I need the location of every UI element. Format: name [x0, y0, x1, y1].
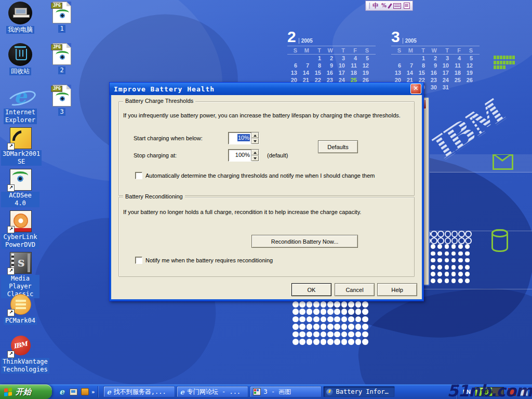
desktop-icon-jpg-2[interactable]: JPG2: [43, 43, 81, 74]
wallpaper-dot: [431, 258, 435, 263]
my-computer-icon: [8, 2, 32, 24]
taskbar-task-button[interactable]: e专门网论坛 - ...: [177, 386, 248, 397]
desktop-icon-label: 3DMark2001 SE: [1, 150, 42, 166]
calendar-day: 16: [427, 69, 439, 76]
calendar-weekday: F: [451, 47, 463, 54]
desktop-icon-internet-explorer[interactable]: eInternet Explorer: [1, 85, 39, 124]
chinese-input-icon[interactable]: 中: [373, 2, 379, 10]
calendar-year: 2005: [299, 38, 313, 44]
desktop-icon-acdsee[interactable]: ↗ACDSee 4.0: [1, 168, 39, 207]
desktop-icon-jpg-3[interactable]: JPG3: [43, 85, 81, 116]
spin-down-icon[interactable]: [251, 138, 259, 144]
cyberlink-powerdvd-icon: ↗: [8, 209, 32, 232]
wallpaper-dot: [437, 278, 442, 283]
calendar-day: 15: [415, 69, 427, 76]
defaults-button[interactable]: Defaults: [318, 140, 358, 153]
calendar-day: 14: [299, 69, 311, 76]
wallpaper-dot: [355, 324, 362, 330]
start-button[interactable]: 开始: [0, 384, 52, 399]
media-player-classic-icon: ↗: [8, 251, 32, 274]
wallpaper-dot: [445, 265, 449, 270]
desktop-icon-label: 2: [58, 66, 65, 74]
tray-icon-generic[interactable]: [520, 388, 528, 396]
battery-icon: [326, 389, 333, 395]
checkbox-box[interactable]: [135, 172, 142, 179]
wallpaper-dot: [451, 231, 458, 237]
wallpaper-dot: [292, 324, 299, 330]
checkbox-box[interactable]: [135, 257, 142, 264]
pen-icon[interactable]: [388, 3, 392, 9]
recycle-bin-icon: [8, 43, 32, 66]
notify-reconditioning-checkbox[interactable]: Notify me when the battery requires reco…: [135, 257, 273, 264]
grid-icon-cell: [509, 56, 512, 59]
calendar-week-row: 6789101112: [287, 62, 376, 69]
improve-battery-health-dialog: Improve Battery Health ✕ Battery Charge …: [109, 82, 424, 301]
taskbar-task-button[interactable]: e找不到服务器,...: [103, 386, 175, 397]
desktop-icon-pcmark04[interactable]: ↗PCMark04: [1, 292, 39, 325]
battery-meter[interactable]: 58%: [475, 387, 504, 396]
calendar-week-row: 13141516171819: [391, 69, 480, 76]
wallpaper-dot: [431, 231, 437, 237]
help-button[interactable]: Help: [377, 283, 417, 296]
spin-down-icon[interactable]: [251, 155, 259, 161]
close-icon[interactable]: ✕: [410, 84, 421, 94]
cancel-button[interactable]: Cancel: [335, 283, 375, 296]
desktop-icon-cyberlink-powerdvd[interactable]: ↗CyberLink PowerDVD: [1, 209, 39, 249]
desktop-icon-label: 3: [58, 108, 65, 116]
desktop-icon-recycle-bin[interactable]: 回收站: [1, 43, 39, 75]
dialog-titlebar[interactable]: Improve Battery Health ✕: [110, 83, 423, 95]
language-indicator[interactable]: EN: [463, 389, 471, 395]
wallpaper-dot: [431, 272, 435, 276]
show-desktop-icon[interactable]: [69, 387, 78, 396]
wallpaper-dot: [451, 237, 458, 244]
quick-launch-overflow-icon[interactable]: »: [91, 389, 95, 395]
auto-determine-checkbox[interactable]: Automatically determine the charging thr…: [135, 172, 375, 179]
taskbar-task-active[interactable]: Battery Infor...: [323, 386, 395, 397]
recondition-battery-button[interactable]: Recondition Battery Now...: [251, 235, 358, 248]
grid-icon-cell: [503, 61, 506, 64]
start-charging-spinner[interactable]: 10%: [228, 132, 259, 144]
calendar-day: 10: [335, 62, 347, 69]
grid-icon-cell: [497, 56, 499, 59]
task-label: 找不到服务器,...: [114, 388, 166, 396]
desktop-icon-3dmark2001-se[interactable]: ↗3DMark2001 SE: [1, 126, 39, 166]
thinkvantage-icon: ↗: [8, 334, 32, 357]
media-player-icon[interactable]: [80, 387, 89, 396]
calendar-day: 10: [439, 62, 451, 69]
group-legend: Battery Charge Thresholds: [123, 98, 195, 104]
jpg-badge: JPG: [51, 44, 62, 50]
langbar-grip[interactable]: [367, 3, 370, 9]
desktop-icon-thinkvantage[interactable]: ↗ThinkVantage Technologies: [1, 334, 39, 374]
acdsee-icon: ↗: [8, 168, 32, 191]
taskbar-task-button[interactable]: 3 - 画图: [250, 386, 322, 397]
ok-button[interactable]: OK: [291, 283, 331, 296]
ie-icon: e: [107, 388, 111, 396]
wallpaper-dot: [307, 309, 313, 315]
calendar-weekday-row: SMTWTFS: [391, 47, 480, 55]
calendar-day: 3: [335, 55, 347, 62]
spin-up-icon[interactable]: [251, 150, 259, 155]
tray-icon-red[interactable]: [508, 388, 516, 396]
desktop-icon-jpg-1[interactable]: JPG1: [43, 2, 81, 33]
quick-launch-bar: e »: [52, 386, 98, 397]
stop-charging-spinner[interactable]: 100%: [228, 149, 259, 162]
wallpaper-dot: [437, 265, 442, 270]
wallpaper-dot: [348, 301, 354, 308]
keyboard-icon[interactable]: [393, 3, 401, 9]
calendar-day: 11: [451, 62, 463, 69]
calendar-day: 31: [439, 84, 451, 91]
language-bar[interactable]: 中 %: [365, 1, 413, 11]
wallpaper-dot: [307, 331, 313, 338]
wallpaper-dot: [307, 339, 313, 345]
width-toggle-icon[interactable]: %: [381, 2, 387, 10]
desktop-icon-media-player-classic[interactable]: ↗Media Player Classic: [1, 251, 39, 298]
langbar-menu-icon[interactable]: [404, 3, 410, 9]
spin-up-icon[interactable]: [251, 132, 259, 138]
wallpaper-dot: [292, 339, 299, 345]
desktop-icon-my-computer[interactable]: 我的电脑: [1, 2, 39, 34]
internet-explorer-icon[interactable]: e: [57, 387, 66, 396]
calendar-day: 3: [439, 55, 451, 62]
calendar-day: 17: [439, 69, 451, 76]
wallpaper-dot: [334, 324, 340, 330]
calendar-day: 7: [299, 62, 311, 69]
